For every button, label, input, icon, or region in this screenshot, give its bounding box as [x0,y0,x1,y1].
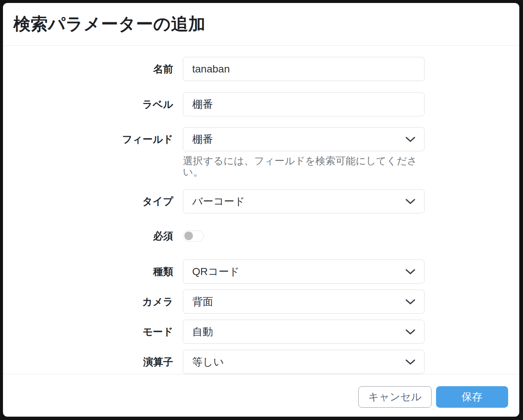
required-toggle[interactable] [183,230,204,242]
field-select-value: 棚番 [192,132,213,146]
name-label: 名前 [3,57,173,81]
chevron-down-icon [406,299,415,304]
required-label: 必須 [3,230,173,242]
field-help-text: 選択するには、フィールドを検索可能にしてください。 [183,155,424,178]
mode-label: モード [3,320,173,344]
form-row-mode: モード 自動 [3,320,519,344]
camera-label: カメラ [3,290,173,314]
operator-select[interactable]: 等しい [183,350,424,374]
chevron-down-icon [406,136,415,142]
chevron-down-icon [406,269,415,274]
dialog-header: 検索パラメーターの追加 [3,3,519,46]
mode-select[interactable]: 自動 [183,320,424,344]
add-search-parameter-dialog: 検索パラメーターの追加 名前 ラベル フィールド 棚番 [3,3,519,417]
name-input[interactable] [183,57,424,81]
kind-label: 種類 [3,259,173,284]
form-row-type: タイプ バーコード [3,189,519,213]
form-row-name: 名前 [3,57,519,81]
form-row-camera: カメラ 背面 [3,290,519,314]
field-select[interactable]: 棚番 [183,127,424,151]
form-row-field: フィールド 棚番 選択するには、フィールドを検索可能にしてください。 [3,127,519,178]
type-select-value: バーコード [192,194,245,209]
dialog-body: 名前 ラベル フィールド 棚番 選択するには、フィールドを検索可 [3,46,519,374]
type-select[interactable]: バーコード [183,189,424,213]
save-button[interactable]: 保存 [436,386,508,408]
camera-select[interactable]: 背面 [183,290,424,314]
field-label: フィールド [3,127,173,151]
chevron-down-icon [406,329,415,335]
kind-select-value: QRコード [192,265,239,279]
operator-select-value: 等しい [192,355,224,369]
kind-select[interactable]: QRコード [183,259,424,284]
cancel-button[interactable]: キャンセル [358,386,432,408]
chevron-down-icon [406,198,415,204]
camera-select-value: 背面 [192,295,213,309]
label-input[interactable] [183,92,424,116]
operator-label: 演算子 [3,350,173,374]
form-row-required: 必須 [3,230,519,242]
chevron-down-icon [406,359,415,365]
dialog-title: 検索パラメーターの追加 [13,13,206,36]
form-row-label: ラベル [3,92,519,116]
mode-select-value: 自動 [192,325,213,339]
type-label: タイプ [3,189,173,213]
toggle-knob [184,232,193,240]
label-label: ラベル [3,92,173,116]
form-row-operator: 演算子 等しい [3,350,519,374]
dialog-footer: キャンセル 保存 [3,374,519,417]
form-row-kind: 種類 QRコード [3,259,519,284]
